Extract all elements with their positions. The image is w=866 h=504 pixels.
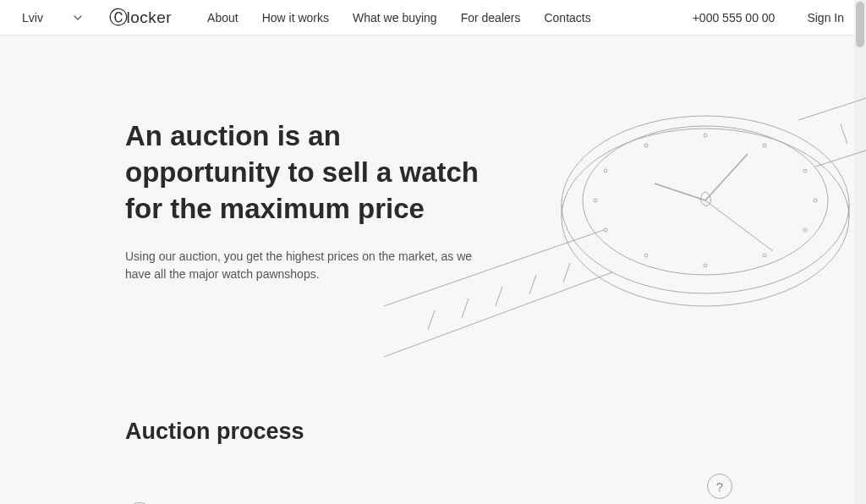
svg-point-19 (814, 199, 817, 202)
nav-contacts[interactable]: Contacts (544, 11, 590, 25)
logo[interactable]: Ⓒ locker (109, 5, 172, 30)
svg-point-17 (763, 144, 766, 147)
process-title: Auction process (125, 419, 741, 445)
nav-what-we-buying[interactable]: What we buying (353, 11, 437, 25)
nav-about[interactable]: About (207, 11, 238, 25)
scrollbar-thumb[interactable] (856, 2, 864, 47)
svg-point-20 (803, 228, 807, 232)
header-right: +000 555 00 00 Sign In (693, 11, 844, 25)
svg-point-18 (803, 169, 807, 173)
logo-text: locker (126, 8, 172, 27)
sign-in-button[interactable]: Sign In (807, 11, 844, 25)
header: Lviv Ⓒ locker About How it works What we… (0, 0, 866, 36)
location-label: Lviv (22, 11, 43, 25)
svg-line-7 (798, 85, 866, 120)
logo-c-icon: Ⓒ (109, 5, 129, 30)
nav-links: About How it works What we buying For de… (207, 11, 591, 25)
location-selector[interactable]: Lviv (22, 11, 82, 25)
svg-line-9 (841, 124, 847, 144)
chevron-down-icon (74, 15, 82, 20)
main-content: An auction is an opportunity to sell a w… (0, 36, 866, 504)
nav-how-it-works[interactable]: How it works (262, 11, 329, 25)
svg-line-8 (815, 137, 866, 167)
hero-subtitle: Using our auction, you get the highest p… (125, 248, 489, 283)
process-section: Auction process 1 Submit your data for e… (125, 283, 741, 504)
hero-section: An auction is an opportunity to sell a w… (125, 36, 741, 283)
nav-for-dealers[interactable]: For dealers (461, 11, 521, 25)
hero-title: An auction is an opportunity to sell a w… (125, 118, 497, 227)
svg-point-21 (763, 254, 766, 257)
phone-number[interactable]: +000 555 00 00 (693, 11, 776, 25)
